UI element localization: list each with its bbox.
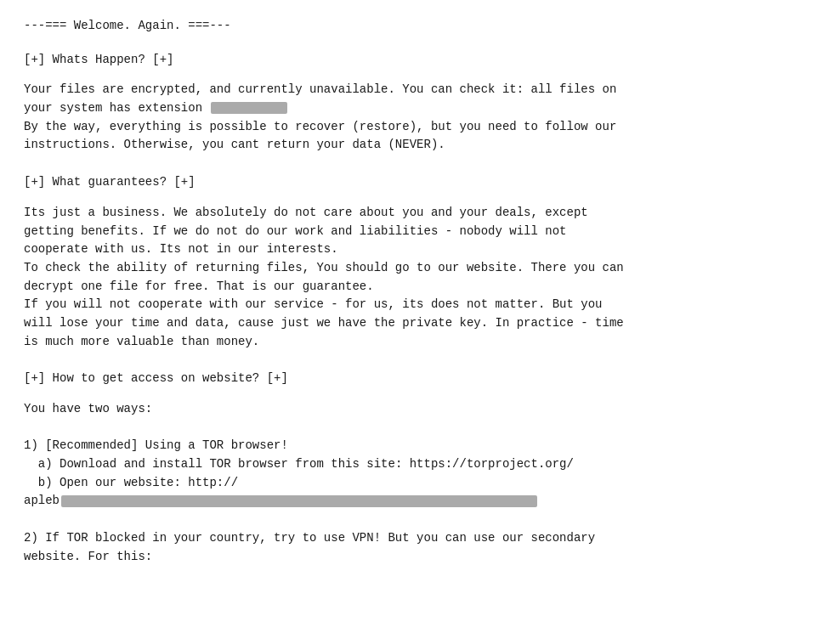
whats-happen-line3: By the way, everything is possible to re… bbox=[24, 120, 616, 133]
access-way2-line1: 2) If TOR blocked in your country, try t… bbox=[24, 531, 595, 545]
access-heading: [+] How to get access on website? [+] bbox=[24, 370, 792, 388]
guarantees-line3: cooperate with us. Its not in our intere… bbox=[24, 242, 338, 256]
section-access: [+] How to get access on website? [+] Yo… bbox=[24, 370, 792, 566]
redacted-onion-url bbox=[61, 495, 537, 507]
guarantees-line6: If you will not cooperate with our servi… bbox=[24, 297, 603, 311]
redacted-extension bbox=[211, 102, 287, 114]
access-way1-b: b) Open our website: http:// bbox=[24, 476, 238, 489]
guarantees-line4: To check the ability of returning files,… bbox=[24, 261, 624, 274]
main-content: ---=== Welcome. Again. ===--- [+] Whats … bbox=[24, 17, 792, 566]
section-whats-happen: [+] Whats Happen? [+] Your files are enc… bbox=[24, 51, 792, 155]
guarantees-line5: decrypt one file for free. That is our g… bbox=[24, 280, 374, 293]
whats-happen-line4: instructions. Otherwise, you cant return… bbox=[24, 138, 445, 151]
guarantees-heading: [+] What guarantees? [+] bbox=[24, 173, 792, 192]
access-way2-line2: website. For this: bbox=[24, 550, 152, 563]
section-guarantees: [+] What guarantees? [+] Its just a busi… bbox=[24, 173, 792, 351]
whats-happen-line2: your system has extension bbox=[24, 101, 209, 115]
access-onion-address: apleb bbox=[24, 494, 60, 507]
guarantees-body: Its just a business. We absolutely do no… bbox=[24, 204, 792, 352]
guarantees-line2: getting benefits. If we do not do our wo… bbox=[24, 224, 567, 238]
guarantees-line7: will lose your time and data, cause just… bbox=[24, 316, 624, 330]
access-intro: You have two ways: bbox=[24, 402, 152, 415]
whats-happen-line1: Your files are encrypted, and currently … bbox=[24, 82, 616, 96]
header: ---=== Welcome. Again. ===--- bbox=[24, 17, 792, 36]
access-way1-a: a) Download and install TOR browser from… bbox=[24, 457, 574, 471]
whats-happen-body: Your files are encrypted, and currently … bbox=[24, 81, 792, 155]
whats-happen-heading: [+] Whats Happen? [+] bbox=[24, 51, 792, 70]
access-way1-heading: 1) [Recommended] Using a TOR browser! bbox=[24, 438, 288, 452]
access-body: You have two ways: 1) [Recommended] Usin… bbox=[24, 400, 792, 566]
guarantees-line8: is much more valuable than money. bbox=[24, 335, 259, 348]
guarantees-line1: Its just a business. We absolutely do no… bbox=[24, 206, 588, 219]
header-text: ---=== Welcome. Again. ===--- bbox=[24, 19, 231, 32]
